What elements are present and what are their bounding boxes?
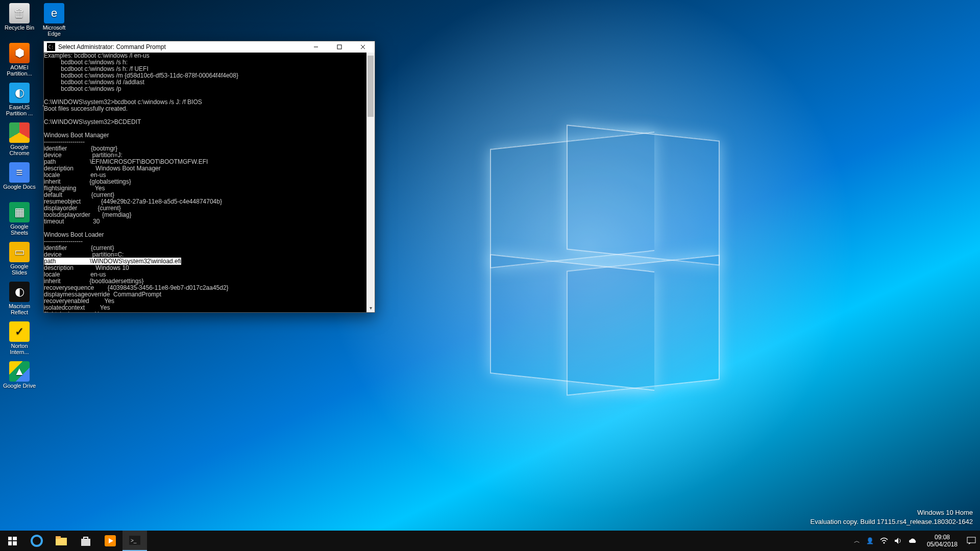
google-drive-icon: ▲	[9, 361, 30, 382]
taskbar-item-cmd[interactable]: >_	[122, 531, 147, 551]
close-button[interactable]	[351, 41, 375, 53]
easeus-partition-icon: ◐	[9, 83, 30, 103]
taskbar-item-media[interactable]	[98, 531, 122, 551]
file-explorer-icon	[56, 536, 67, 545]
svg-text:>_: >_	[131, 538, 137, 543]
windows-logo-icon	[8, 537, 17, 545]
google-docs-icon: ≡	[9, 162, 30, 183]
taskbar-item-explorer[interactable]	[49, 531, 74, 551]
minimize-button[interactable]	[304, 41, 328, 53]
svg-rect-11	[81, 539, 90, 546]
desktop-icon-label: EaseUS Partition ...	[2, 104, 37, 116]
desktop-icon[interactable]: ▲Google Drive	[2, 360, 37, 399]
desktop-icon[interactable]: ≡Google Docs	[2, 161, 37, 200]
desktop-icon-label: Google Sheets	[2, 223, 37, 236]
taskbar-item-store[interactable]	[74, 531, 98, 551]
cloud-icon	[909, 538, 918, 544]
microsoft-edge-icon: e	[44, 3, 64, 23]
svg-rect-5	[13, 537, 17, 540]
svg-point-16	[883, 542, 885, 544]
svg-rect-18	[967, 537, 975, 543]
desktop-icon-label: Google Docs	[3, 184, 36, 190]
taskbar[interactable]: >_ ︿ 👤 09:08 05/04/2018	[0, 531, 980, 551]
maximize-button[interactable]	[328, 41, 351, 53]
svg-rect-1	[337, 45, 341, 49]
desktop-icon-label: Microsoft Edge	[37, 24, 71, 37]
desktop-icon[interactable]: eMicrosoft Edge	[37, 2, 71, 41]
close-icon	[360, 44, 365, 49]
desktop-icon[interactable]: ◐EaseUS Partition ...	[2, 82, 37, 120]
edge-icon	[31, 535, 43, 547]
taskbar-spacer	[147, 531, 850, 551]
scroll-thumb[interactable]	[368, 56, 374, 117]
media-icon	[105, 535, 116, 546]
wallpaper-pane	[567, 124, 720, 266]
desktop-icon[interactable]: ✓Norton Intern...	[2, 320, 37, 359]
tray-volume-icon[interactable]	[894, 537, 902, 544]
norton-intern-icon: ✓	[9, 321, 30, 342]
svg-rect-9	[56, 538, 67, 545]
scroll-down-icon[interactable]: ▾	[366, 304, 375, 312]
svg-rect-6	[8, 541, 12, 545]
window-title: Select Administrator: Command Prompt	[58, 43, 304, 51]
google-sheets-icon: ▦	[9, 202, 30, 222]
clock-time: 09:08	[935, 534, 950, 541]
svg-marker-17	[895, 538, 898, 544]
cmd-icon: >_	[129, 536, 140, 545]
taskbar-item-edge[interactable]	[24, 531, 49, 551]
store-icon	[80, 536, 91, 546]
desktop-icon-label: AOMEI Partition...	[2, 64, 37, 77]
desktop-icon-label: Norton Intern...	[2, 343, 37, 355]
watermark-build: Evaluation copy. Build 17115.rs4_release…	[811, 517, 973, 527]
wifi-icon	[880, 537, 888, 544]
notification-icon	[967, 537, 976, 545]
svg-rect-10	[56, 536, 61, 539]
desktop-icon-label: Google Slides	[2, 263, 37, 276]
maximize-icon	[337, 44, 342, 49]
tray-onedrive-icon[interactable]	[909, 538, 918, 544]
desktop-icon[interactable]: ▦Google Sheets	[2, 201, 37, 240]
desktop-icon-label: Macrium Reflect	[2, 303, 37, 315]
terminal-output[interactable]: Examples: bcdboot c:\windows /l en-us bc…	[44, 53, 375, 312]
svg-rect-7	[13, 541, 17, 545]
desktop-icon-label: Google Drive	[3, 383, 36, 389]
system-tray[interactable]: ︿ 👤 09:08 05/04/2018	[850, 531, 980, 551]
desktop-icon[interactable]: ◐Macrium Reflect	[2, 281, 37, 319]
terminal-selection: \WINDOWS\system32\winload.efi	[90, 258, 181, 265]
watermark-edition: Windows 10 Home	[811, 508, 973, 517]
desktop-icon[interactable]: ⬢AOMEI Partition...	[2, 42, 37, 81]
tray-chevron-up-icon[interactable]: ︿	[854, 537, 860, 545]
tray-action-center-icon[interactable]	[967, 537, 976, 545]
terminal-text: description Windows 10 locale en-us inhe…	[44, 264, 229, 312]
titlebar[interactable]: C: Select Administrator: Command Prompt	[44, 41, 375, 53]
google-slides-icon: ▭	[9, 242, 30, 262]
google-chrome-icon	[9, 122, 30, 143]
tray-people-icon[interactable]: 👤	[866, 537, 874, 544]
macrium-reflect-icon: ◐	[9, 282, 30, 302]
desktop-icon-label: Google Chrome	[2, 144, 37, 156]
tray-network-icon[interactable]	[880, 537, 888, 544]
terminal-body[interactable]: Examples: bcdboot c:\windows /l en-us bc…	[44, 53, 375, 312]
windows-watermark: Windows 10 Home Evaluation copy. Build 1…	[811, 508, 973, 527]
aomei-partition-icon: ⬢	[9, 43, 30, 63]
tray-clock[interactable]: 09:08 05/04/2018	[924, 534, 961, 548]
command-prompt-window[interactable]: C: Select Administrator: Command Prompt …	[43, 41, 375, 313]
wallpaper-pane	[567, 255, 720, 396]
desktop-icon[interactable]: 🗑Recycle Bin	[2, 2, 37, 41]
terminal-selection: path	[44, 258, 90, 265]
minimize-icon	[313, 44, 318, 49]
svg-point-8	[32, 536, 42, 546]
volume-icon	[894, 537, 902, 544]
svg-marker-19	[969, 543, 971, 544]
cmd-icon: C:	[47, 43, 55, 51]
svg-rect-4	[8, 537, 12, 540]
desktop-icon[interactable]: Google Chrome	[2, 121, 37, 160]
desktop-icon-label: Recycle Bin	[5, 24, 34, 31]
clock-date: 05/04/2018	[927, 541, 958, 548]
desktop-icon[interactable]: ▭Google Slides	[2, 241, 37, 280]
terminal-text: Examples: bcdboot c:\windows /l en-us bc…	[44, 53, 238, 258]
recycle-bin-icon: 🗑	[9, 3, 30, 23]
scrollbar[interactable]: ▴ ▾	[366, 53, 375, 312]
start-button[interactable]	[0, 531, 24, 551]
